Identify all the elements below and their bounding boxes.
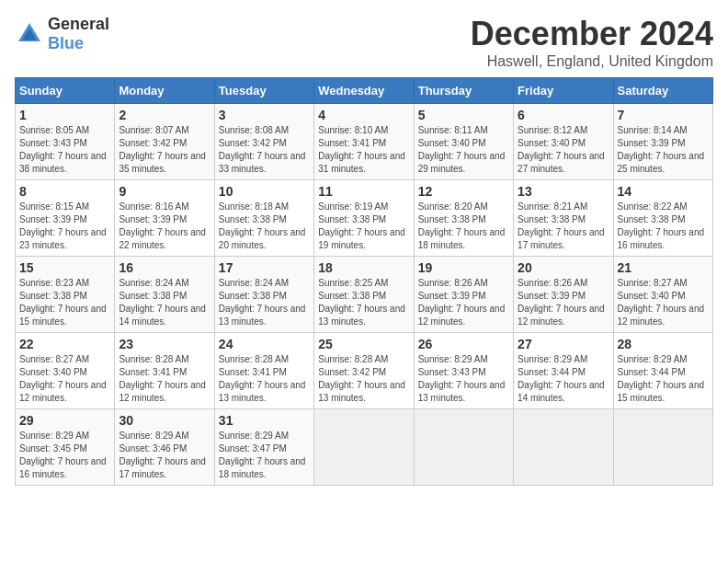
day-number: 2 [119, 108, 210, 122]
day-info: Sunrise: 8:14 AMSunset: 3:39 PMDaylight:… [618, 124, 709, 176]
day-number: 15 [19, 260, 110, 275]
day-info: Sunrise: 8:22 AMSunset: 3:38 PMDaylight:… [618, 201, 709, 252]
day-info: Sunrise: 8:10 AMSunset: 3:41 PMDaylight:… [318, 124, 409, 176]
calendar-day-cell: 29Sunrise: 8:29 AMSunset: 3:45 PMDayligh… [16, 409, 115, 486]
day-info: Sunrise: 8:11 AMSunset: 3:40 PMDaylight:… [418, 124, 509, 176]
calendar-day-cell: 21Sunrise: 8:27 AMSunset: 3:40 PMDayligh… [613, 257, 712, 333]
day-info: Sunrise: 8:29 AMSunset: 3:47 PMDaylight:… [219, 430, 310, 481]
day-info: Sunrise: 8:29 AMSunset: 3:45 PMDaylight:… [19, 430, 110, 481]
calendar-day-cell: 1Sunrise: 8:05 AMSunset: 3:43 PMDaylight… [16, 104, 115, 180]
day-number: 3 [219, 108, 310, 122]
calendar-day-cell: 24Sunrise: 8:28 AMSunset: 3:41 PMDayligh… [214, 333, 313, 409]
day-number: 30 [119, 413, 210, 428]
logo-general: General [48, 15, 109, 33]
day-number: 31 [219, 413, 310, 428]
calendar-day-cell: 12Sunrise: 8:20 AMSunset: 3:38 PMDayligh… [414, 180, 513, 257]
day-info: Sunrise: 8:25 AMSunset: 3:38 PMDaylight:… [318, 277, 409, 328]
title-section: December 2024 Haswell, England, United K… [471, 15, 713, 70]
weekday-header: Tuesday [214, 78, 313, 104]
day-number: 16 [119, 260, 210, 275]
day-number: 7 [618, 108, 709, 122]
calendar-day-cell: 16Sunrise: 8:24 AMSunset: 3:38 PMDayligh… [115, 257, 214, 333]
weekday-header: Monday [115, 78, 214, 104]
day-number: 8 [19, 184, 110, 199]
day-info: Sunrise: 8:20 AMSunset: 3:38 PMDaylight:… [418, 201, 509, 252]
day-number: 10 [219, 184, 310, 199]
calendar-week-row: 8Sunrise: 8:15 AMSunset: 3:39 PMDaylight… [16, 180, 713, 257]
day-number: 28 [618, 337, 709, 351]
calendar-day-cell: 28Sunrise: 8:29 AMSunset: 3:44 PMDayligh… [613, 333, 712, 409]
day-info: Sunrise: 8:27 AMSunset: 3:40 PMDaylight:… [618, 277, 709, 328]
calendar-day-cell: 26Sunrise: 8:29 AMSunset: 3:43 PMDayligh… [414, 333, 513, 409]
calendar-day-cell [613, 409, 712, 486]
day-number: 17 [219, 260, 310, 275]
day-info: Sunrise: 8:28 AMSunset: 3:41 PMDaylight:… [219, 353, 310, 405]
calendar-day-cell [314, 409, 414, 486]
day-info: Sunrise: 8:29 AMSunset: 3:44 PMDaylight:… [618, 353, 709, 405]
day-info: Sunrise: 8:19 AMSunset: 3:38 PMDaylight:… [318, 201, 409, 252]
day-info: Sunrise: 8:29 AMSunset: 3:44 PMDaylight:… [518, 353, 609, 405]
calendar-day-cell: 9Sunrise: 8:16 AMSunset: 3:39 PMDaylight… [115, 180, 214, 257]
calendar-day-cell: 17Sunrise: 8:24 AMSunset: 3:38 PMDayligh… [214, 257, 313, 333]
day-number: 20 [518, 260, 609, 275]
calendar-week-row: 1Sunrise: 8:05 AMSunset: 3:43 PMDaylight… [16, 104, 713, 180]
day-info: Sunrise: 8:05 AMSunset: 3:43 PMDaylight:… [19, 124, 110, 176]
day-number: 21 [618, 260, 709, 275]
day-info: Sunrise: 8:16 AMSunset: 3:39 PMDaylight:… [119, 201, 210, 252]
day-number: 9 [119, 184, 210, 199]
day-info: Sunrise: 8:28 AMSunset: 3:42 PMDaylight:… [318, 353, 409, 405]
day-number: 11 [318, 184, 409, 199]
day-number: 6 [518, 108, 609, 122]
day-info: Sunrise: 8:21 AMSunset: 3:38 PMDaylight:… [518, 201, 609, 252]
day-info: Sunrise: 8:29 AMSunset: 3:46 PMDaylight:… [119, 430, 210, 481]
day-number: 5 [418, 108, 509, 122]
header-row: SundayMondayTuesdayWednesdayThursdayFrid… [16, 78, 713, 104]
day-number: 19 [418, 260, 509, 275]
calendar-day-cell: 6Sunrise: 8:12 AMSunset: 3:40 PMDaylight… [514, 104, 613, 180]
calendar-day-cell: 30Sunrise: 8:29 AMSunset: 3:46 PMDayligh… [115, 409, 214, 486]
calendar-body: 1Sunrise: 8:05 AMSunset: 3:43 PMDaylight… [16, 104, 713, 486]
day-number: 23 [119, 337, 210, 351]
calendar-day-cell: 4Sunrise: 8:10 AMSunset: 3:41 PMDaylight… [314, 104, 414, 180]
day-number: 12 [418, 184, 509, 199]
day-info: Sunrise: 8:23 AMSunset: 3:38 PMDaylight:… [19, 277, 110, 328]
logo-blue: Blue [48, 34, 84, 52]
calendar-day-cell [514, 409, 613, 486]
day-number: 29 [19, 413, 110, 428]
calendar-day-cell: 18Sunrise: 8:25 AMSunset: 3:38 PMDayligh… [314, 257, 414, 333]
calendar-day-cell: 14Sunrise: 8:22 AMSunset: 3:38 PMDayligh… [613, 180, 712, 257]
day-number: 4 [318, 108, 409, 122]
day-info: Sunrise: 8:24 AMSunset: 3:38 PMDaylight:… [119, 277, 210, 328]
day-info: Sunrise: 8:08 AMSunset: 3:42 PMDaylight:… [219, 124, 310, 176]
day-info: Sunrise: 8:15 AMSunset: 3:39 PMDaylight:… [19, 201, 110, 252]
calendar-day-cell: 13Sunrise: 8:21 AMSunset: 3:38 PMDayligh… [514, 180, 613, 257]
calendar-day-cell: 22Sunrise: 8:27 AMSunset: 3:40 PMDayligh… [16, 333, 115, 409]
calendar-week-row: 29Sunrise: 8:29 AMSunset: 3:45 PMDayligh… [16, 409, 713, 486]
location-title: Haswell, England, United Kingdom [471, 53, 713, 70]
day-info: Sunrise: 8:29 AMSunset: 3:43 PMDaylight:… [418, 353, 509, 405]
day-info: Sunrise: 8:18 AMSunset: 3:38 PMDaylight:… [219, 201, 310, 252]
weekday-header: Thursday [414, 78, 513, 104]
day-info: Sunrise: 8:28 AMSunset: 3:41 PMDaylight:… [119, 353, 210, 405]
calendar-day-cell: 25Sunrise: 8:28 AMSunset: 3:42 PMDayligh… [314, 333, 414, 409]
month-title: December 2024 [471, 15, 713, 53]
day-info: Sunrise: 8:07 AMSunset: 3:42 PMDaylight:… [119, 124, 210, 176]
calendar-table: SundayMondayTuesdayWednesdayThursdayFrid… [15, 77, 713, 486]
logo-icon [15, 19, 44, 49]
day-info: Sunrise: 8:26 AMSunset: 3:39 PMDaylight:… [518, 277, 609, 328]
weekday-header: Saturday [613, 78, 712, 104]
day-number: 27 [518, 337, 609, 351]
weekday-header: Friday [514, 78, 613, 104]
calendar-day-cell: 20Sunrise: 8:26 AMSunset: 3:39 PMDayligh… [514, 257, 613, 333]
day-number: 24 [219, 337, 310, 351]
day-info: Sunrise: 8:24 AMSunset: 3:38 PMDaylight:… [219, 277, 310, 328]
calendar-day-cell: 31Sunrise: 8:29 AMSunset: 3:47 PMDayligh… [214, 409, 313, 486]
logo-text: General Blue [48, 15, 109, 53]
calendar-day-cell: 3Sunrise: 8:08 AMSunset: 3:42 PMDaylight… [214, 104, 313, 180]
calendar-day-cell: 8Sunrise: 8:15 AMSunset: 3:39 PMDaylight… [16, 180, 115, 257]
day-info: Sunrise: 8:12 AMSunset: 3:40 PMDaylight:… [518, 124, 609, 176]
day-number: 22 [19, 337, 110, 351]
calendar-day-cell: 7Sunrise: 8:14 AMSunset: 3:39 PMDaylight… [613, 104, 712, 180]
calendar-day-cell: 10Sunrise: 8:18 AMSunset: 3:38 PMDayligh… [214, 180, 313, 257]
day-number: 14 [618, 184, 709, 199]
